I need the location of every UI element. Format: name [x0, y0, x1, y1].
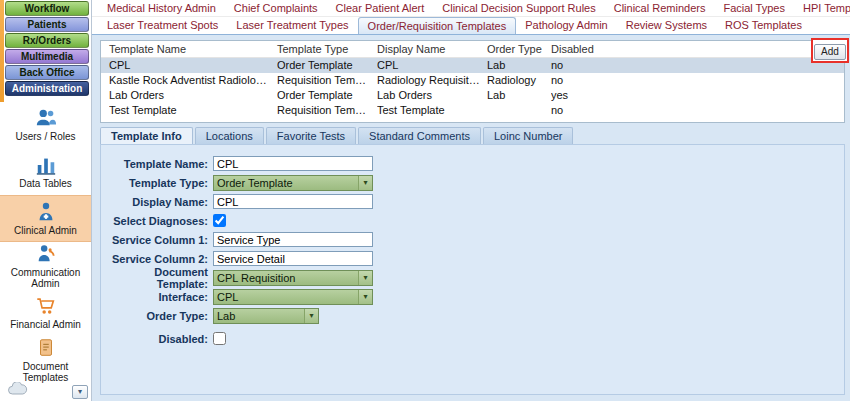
templates-table: Template Name Template Type Display Name… [100, 40, 845, 123]
sidebar-item-label: Communication Admin [2, 267, 90, 289]
form-row: Service Column 2: [101, 250, 844, 267]
module-administration[interactable]: Administration [5, 81, 89, 96]
subtab-locations[interactable]: Locations [195, 127, 264, 144]
sidebar-item-label: Data Tables [2, 178, 90, 189]
template-name-input[interactable] [213, 156, 373, 171]
tab-facial-types[interactable]: Facial Types [714, 0, 794, 16]
template-name-label: Template Name: [101, 158, 213, 170]
tab-medical-history-admin[interactable]: Medical History Admin [98, 0, 225, 16]
add-button[interactable]: Add [814, 44, 846, 60]
module-multimedia[interactable]: Multimedia [5, 49, 89, 64]
module-patients[interactable]: Patients [5, 17, 89, 32]
sidebar-item-label: Financial Admin [2, 319, 90, 330]
column-header-disabled[interactable]: Disabled [551, 41, 844, 58]
sidebar-footer [5, 384, 88, 399]
document-template-label: Document Template: [101, 266, 213, 290]
sidebar-item-label: Document Templates [2, 361, 90, 383]
clinical-person-icon [35, 201, 57, 223]
column-header-template-name[interactable]: Template Name [109, 41, 277, 58]
tab-ros-templates[interactable]: ROS Templates [716, 17, 811, 34]
tab-laser-treatment-types[interactable]: Laser Treatment Types [227, 17, 357, 34]
module-workflow[interactable]: Workflow [5, 1, 89, 16]
tab-strip-row-1: Medical History Admin Chief Complaints C… [92, 0, 850, 17]
tab-clinical-reminders[interactable]: Clinical Reminders [605, 0, 715, 16]
chevron-down-icon [358, 271, 372, 285]
cell-order-type: Radiology [487, 73, 551, 88]
form-row: Display Name: [101, 193, 844, 210]
cell-display-name: Lab Orders [377, 88, 487, 103]
tab-clear-patient-alert[interactable]: Clear Patient Alert [327, 0, 434, 16]
cell-template-type: Order Template [277, 58, 377, 73]
template-type-select[interactable]: Order Template [213, 175, 373, 191]
cell-disabled: no [551, 73, 844, 88]
tab-hpi-templates[interactable]: HPI Templates [794, 0, 850, 16]
cell-display-name: Test Template [377, 103, 487, 118]
service-column-1-label: Service Column 1: [101, 234, 213, 246]
select-diagnoses-label: Select Diagnoses: [101, 215, 213, 227]
template-info-form: Template Name: Template Type: Order Temp… [100, 144, 845, 395]
form-row: Template Type: Order Template [101, 174, 844, 191]
document-template-select[interactable]: CPL Requisition [213, 270, 373, 286]
disabled-label: Disabled: [101, 333, 213, 345]
tab-review-systems[interactable]: Review Systems [617, 17, 716, 34]
cell-disabled: no [551, 103, 844, 118]
sidebar: Workflow Patients Rx/Orders Multimedia B… [0, 0, 92, 401]
sidebar-item-communication-admin[interactable]: Communication Admin [0, 242, 91, 289]
cell-template-name: Lab Orders [109, 88, 277, 103]
cell-template-name: Test Template [109, 103, 277, 118]
application-window: Workflow Patients Rx/Orders Multimedia B… [0, 0, 850, 401]
table-row[interactable]: Lab Orders Order Template Lab Orders Lab… [101, 88, 844, 103]
tab-chief-complaints[interactable]: Chief Complaints [225, 0, 327, 16]
display-name-input[interactable] [213, 194, 373, 209]
service-column-2-label: Service Column 2: [101, 253, 213, 265]
sidebar-item-clinical-admin[interactable]: Clinical Admin [0, 195, 91, 242]
shopping-cart-icon [35, 295, 57, 317]
tab-clinical-decision-support-rules[interactable]: Clinical Decision Support Rules [433, 0, 604, 16]
subtab-standard-comments[interactable]: Standard Comments [358, 127, 481, 144]
subtab-favorite-tests[interactable]: Favorite Tests [266, 127, 356, 144]
order-type-select[interactable]: Lab [213, 308, 319, 324]
cell-order-type [487, 103, 551, 118]
sidebar-item-users-roles[interactable]: Users / Roles [0, 101, 91, 148]
document-icon [35, 337, 57, 359]
table-row[interactable]: Kastle Rock Adventist Radiolog... Requis… [101, 73, 844, 88]
cell-display-name: Radiology Requisition [377, 73, 487, 88]
form-row: Select Diagnoses: [101, 212, 844, 229]
cell-disabled: yes [551, 88, 844, 103]
scroll-down-button[interactable] [72, 385, 88, 399]
template-subtabs: Template Info Locations Favorite Tests S… [100, 127, 575, 144]
table-row[interactable]: CPL Order Template CPL Lab no [101, 58, 844, 73]
annotation-highlight-box: Add [811, 38, 849, 63]
service-column-1-input[interactable] [213, 232, 373, 247]
main-area: Medical History Admin Chief Complaints C… [92, 0, 850, 401]
column-header-display-name[interactable]: Display Name [377, 41, 487, 58]
subtab-template-info[interactable]: Template Info [100, 127, 193, 144]
column-header-order-type[interactable]: Order Type [487, 41, 551, 58]
cell-order-type: Lab [487, 88, 551, 103]
chevron-down-icon [358, 290, 372, 304]
sidebar-item-document-templates[interactable]: Document Templates [0, 336, 91, 383]
subtab-loinc-number[interactable]: Loinc Number [483, 127, 573, 144]
tab-order-requisition-templates[interactable]: Order/Requisition Templates [358, 17, 517, 34]
module-rx-orders[interactable]: Rx/Orders [5, 33, 89, 48]
form-row: Order Type: Lab [101, 307, 844, 324]
users-icon [35, 107, 57, 129]
sidebar-item-financial-admin[interactable]: Financial Admin [0, 289, 91, 336]
service-column-2-input[interactable] [213, 251, 373, 266]
tab-laser-treatment-spots[interactable]: Laser Treatment Spots [98, 17, 227, 34]
selected-value: Lab [214, 310, 304, 322]
disabled-checkbox[interactable] [213, 332, 226, 345]
cloud-icon [7, 381, 29, 399]
interface-select[interactable]: CPL [213, 289, 373, 305]
tab-pathology-admin[interactable]: Pathology Admin [516, 17, 617, 34]
form-row: Interface: CPL [101, 288, 844, 305]
module-back-office[interactable]: Back Office [5, 65, 89, 80]
table-row[interactable]: Test Template Requisition Template Test … [101, 103, 844, 118]
column-header-template-type[interactable]: Template Type [277, 41, 377, 58]
selected-value: Order Template [214, 177, 358, 189]
sidebar-item-data-tables[interactable]: Data Tables [0, 148, 91, 195]
order-type-label: Order Type: [101, 310, 213, 322]
communication-person-icon [35, 243, 57, 265]
cell-template-name: CPL [109, 58, 277, 73]
select-diagnoses-checkbox[interactable] [213, 214, 226, 227]
